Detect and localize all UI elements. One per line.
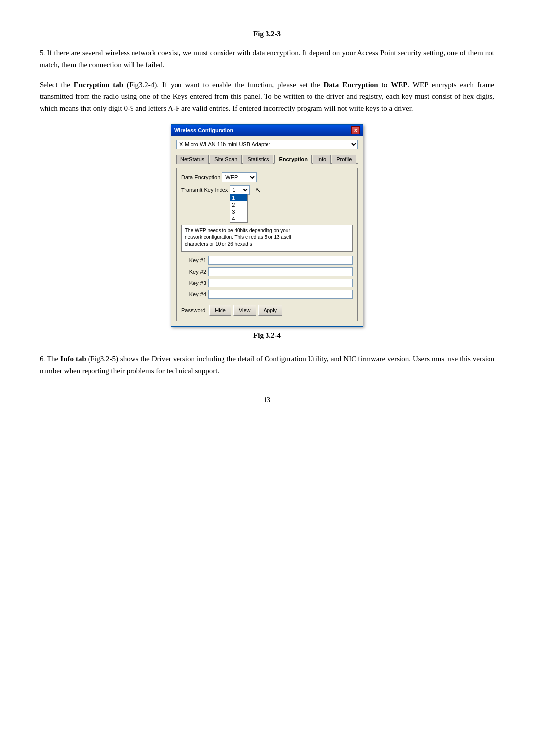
transmit-key-select[interactable]: 1 2 3 4	[230, 185, 250, 195]
encryption-panel: Data Encryption WEP Transmit Key Index 1…	[176, 168, 358, 321]
paragraph-3: 6. The Info tab (Fig3.2-5) shows the Dri…	[40, 353, 494, 377]
dialog-close-button[interactable]: ✕	[351, 126, 360, 134]
paragraph-2: Select the Encryption tab (Fig3.2-4). If…	[40, 79, 494, 114]
key-2-label: Key #2	[181, 269, 206, 275]
dialog-body: X-Micro WLAN 11b mini USB Adapter NetSta…	[171, 136, 363, 326]
dropdown-option-1[interactable]: 1	[230, 194, 247, 201]
adapter-select[interactable]: X-Micro WLAN 11b mini USB Adapter	[176, 140, 358, 149]
info-text-line3: network configuration. This c	[185, 235, 248, 240]
view-button[interactable]: View	[233, 305, 256, 316]
key-row-1: Key #1	[181, 256, 353, 265]
data-encryption-select[interactable]: WEP	[222, 172, 257, 182]
key-1-label: Key #1	[181, 257, 206, 263]
info-text-line4: red as 5 or 13 ascii	[249, 235, 291, 240]
dropdown-option-2[interactable]: 2	[230, 201, 247, 208]
dropdown-option-4[interactable]: 4	[230, 215, 247, 222]
info-text-line1: The WEP needs to be 40bits	[185, 228, 248, 233]
dialog-title: Wireless Configuration	[174, 127, 233, 133]
key-section: Key #1 Key #2 Key #3 Key #4	[181, 256, 353, 299]
figure-container: Wireless Configuration ✕ X-Micro WLAN 11…	[40, 124, 494, 349]
key-4-label: Key #4	[181, 291, 206, 297]
data-encryption-row: Data Encryption WEP	[181, 172, 353, 182]
apply-button[interactable]: Apply	[258, 305, 283, 316]
hide-button[interactable]: Hide	[209, 305, 231, 316]
para2-bold3: WEP	[391, 81, 407, 89]
fig-title-1: Fig 3.2-3	[40, 30, 494, 38]
para3-text1: 6. The	[40, 355, 60, 363]
tab-profile[interactable]: Profile	[332, 155, 356, 164]
bottom-buttons: Password Hide View Apply	[181, 305, 353, 316]
paragraph-1: 5. If there are several wireless network…	[40, 47, 494, 71]
data-encryption-label: Data Encryption	[181, 174, 220, 180]
key-row-4: Key #4	[181, 290, 353, 299]
tab-netstatus[interactable]: NetStatus	[176, 155, 209, 164]
wireless-config-dialog: Wireless Configuration ✕ X-Micro WLAN 11…	[171, 124, 363, 327]
para3-text2: (Fig3.2-5) shows the Driver version incl…	[40, 355, 494, 375]
password-label: Password	[181, 307, 205, 313]
key-row-2: Key #2	[181, 267, 353, 276]
para2-bold2: Data Encryption	[323, 81, 378, 89]
key-2-input[interactable]	[208, 267, 353, 276]
key-3-label: Key #3	[181, 280, 206, 286]
para3-bold1: Info tab	[60, 355, 86, 363]
key-1-input[interactable]	[208, 256, 353, 265]
key-4-input[interactable]	[208, 290, 353, 299]
para2-text2: (Fig3.2-4). If you want to enable the fu…	[123, 81, 323, 89]
tab-encryption[interactable]: Encryption	[274, 155, 312, 164]
transmit-key-label: Transmit Key Index	[181, 187, 228, 193]
dropdown-option-3[interactable]: 3	[230, 208, 247, 215]
tabs-bar: NetStatus Site Scan Statistics Encryptio…	[176, 154, 358, 164]
tab-sitescan[interactable]: Site Scan	[210, 155, 242, 164]
page-number: 13	[40, 396, 494, 404]
cursor-icon: ↖	[255, 186, 261, 195]
para2-text3: to	[378, 81, 391, 89]
transmit-key-row: Transmit Key Index 1 2 3 4 1 2 3	[181, 185, 353, 195]
info-text-line2: depending on your	[249, 228, 290, 233]
info-text-box: The WEP needs to be 40bits depending on …	[181, 225, 353, 252]
key-row-3: Key #3	[181, 279, 353, 287]
para2-bold1: Encryption tab	[74, 81, 123, 89]
tab-info[interactable]: Info	[313, 155, 331, 164]
info-text-line6: s	[250, 241, 252, 247]
fig-caption-2: Fig 3.2-4	[253, 331, 281, 340]
dialog-titlebar: Wireless Configuration ✕	[171, 125, 363, 136]
adapter-row: X-Micro WLAN 11b mini USB Adapter	[176, 140, 358, 149]
para2-text1: Select the	[40, 81, 74, 89]
tab-statistics[interactable]: Statistics	[243, 155, 273, 164]
info-text-line5: characters or 10 or 26 hexad	[185, 241, 248, 247]
key-3-input[interactable]	[208, 279, 353, 287]
